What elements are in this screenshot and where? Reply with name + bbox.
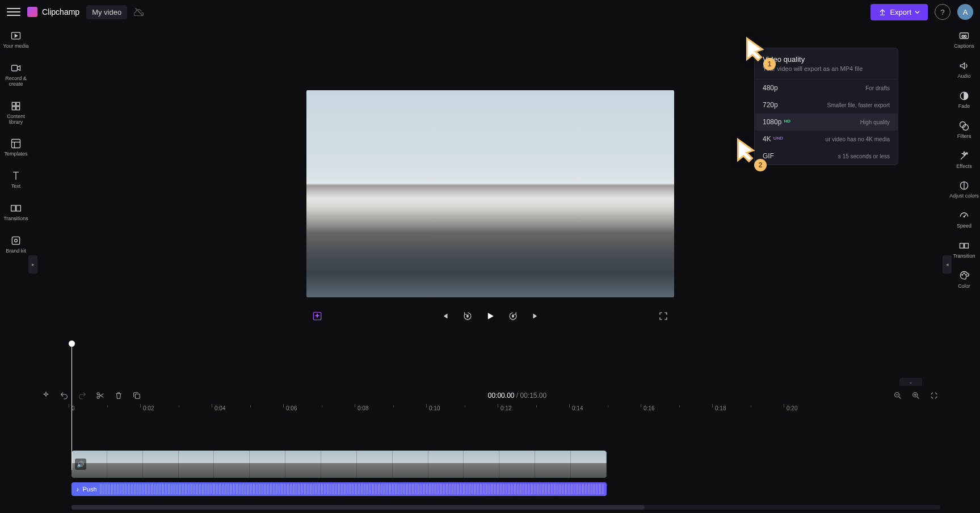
svg-rect-3 bbox=[12, 102, 15, 106]
music-icon: ♪ bbox=[76, 486, 79, 493]
duplicate-button[interactable] bbox=[132, 390, 142, 401]
export-option-1080p[interactable]: 1080pHD High quality bbox=[755, 113, 898, 131]
auto-compose-button[interactable] bbox=[41, 390, 51, 401]
sidebar-item-text[interactable]: Text bbox=[9, 169, 23, 191]
svg-rect-6 bbox=[16, 107, 20, 110]
export-option-720p[interactable]: 720p Smaller file, faster export bbox=[755, 96, 898, 113]
export-label: Export bbox=[890, 8, 911, 16]
delete-button[interactable] bbox=[113, 390, 124, 401]
svg-rect-12 bbox=[12, 237, 19, 244]
sidebar-item-templates[interactable]: Templates bbox=[3, 136, 28, 158]
undo-button[interactable] bbox=[59, 390, 69, 401]
help-button[interactable]: ? bbox=[935, 4, 950, 20]
ai-enhance-button[interactable] bbox=[311, 310, 323, 322]
timeline-scrollbar[interactable] bbox=[71, 505, 940, 510]
sidebar-item-filters[interactable]: Filters bbox=[956, 119, 973, 141]
sidebar-item-transitions[interactable]: Transitions bbox=[2, 201, 30, 223]
project-title[interactable]: My video bbox=[86, 5, 127, 19]
logo-icon bbox=[27, 7, 37, 17]
svg-point-31 bbox=[962, 275, 963, 276]
fullscreen-button[interactable] bbox=[657, 310, 670, 322]
svg-rect-7 bbox=[12, 140, 20, 148]
svg-point-28 bbox=[964, 216, 965, 217]
transitions-icon bbox=[10, 202, 22, 215]
left-sidebar: Your media Record & create Content libra… bbox=[0, 24, 32, 513]
svg-point-13 bbox=[15, 239, 18, 242]
timeline-timecode: 00:00.00 / 00:15.00 bbox=[150, 392, 885, 400]
upload-icon bbox=[878, 8, 886, 16]
export-menu-subtitle: Your video will export as an MP4 file bbox=[763, 65, 890, 72]
svg-point-32 bbox=[964, 273, 965, 274]
zoom-fit-button[interactable] bbox=[929, 390, 939, 401]
skip-start-button[interactable] bbox=[439, 310, 451, 322]
effects-icon bbox=[958, 150, 970, 162]
sidebar-item-effects[interactable]: Effects bbox=[955, 149, 973, 171]
svg-rect-19 bbox=[135, 394, 140, 398]
export-button[interactable]: Export bbox=[870, 4, 928, 20]
library-icon bbox=[10, 100, 22, 112]
video-clip[interactable]: 🔊 bbox=[71, 451, 607, 478]
export-quality-menu: Video quality Your video will export as … bbox=[754, 48, 898, 165]
sidebar-item-brand-kit[interactable]: Brand kit bbox=[5, 233, 27, 255]
svg-rect-10 bbox=[11, 205, 16, 211]
svg-rect-4 bbox=[16, 102, 20, 106]
clip-mute-button[interactable]: 🔊 bbox=[75, 459, 86, 470]
media-icon bbox=[10, 30, 22, 42]
svg-point-33 bbox=[966, 275, 967, 276]
transition-icon bbox=[958, 239, 970, 252]
sidebar-item-your-media[interactable]: Your media bbox=[2, 28, 30, 51]
brand-icon bbox=[10, 234, 22, 247]
export-option-gif[interactable]: GIF s 15 seconds or less bbox=[755, 148, 898, 165]
svg-rect-5 bbox=[12, 107, 15, 110]
timeline-tracks: 🔊 ♪ Push bbox=[71, 451, 940, 496]
zoom-out-button[interactable] bbox=[893, 390, 903, 401]
audio-clip[interactable]: ♪ Push bbox=[71, 482, 607, 496]
timeline: 00:00.00 / 00:15.00 00:020:040:060:080:1… bbox=[32, 386, 948, 513]
timeline-collapse-button[interactable]: ⌄ bbox=[899, 378, 922, 386]
timeline-ruler[interactable]: 00:020:040:060:080:100:120:140:160:180:2… bbox=[71, 405, 940, 418]
captions-icon: CC bbox=[958, 30, 970, 42]
sidebar-item-transition[interactable]: Transition bbox=[952, 238, 976, 260]
forward-5-button[interactable]: 5 bbox=[507, 310, 519, 322]
right-sidebar: CC Captions Audio Fade Filters Effects A… bbox=[948, 24, 980, 513]
skip-end-button[interactable] bbox=[529, 310, 542, 322]
redo-button[interactable] bbox=[77, 390, 87, 401]
export-option-480p[interactable]: 480p For drafts bbox=[755, 79, 898, 96]
svg-text:5: 5 bbox=[466, 314, 468, 318]
sidebar-item-speed[interactable]: Speed bbox=[956, 208, 973, 230]
templates-icon bbox=[10, 137, 22, 150]
sidebar-item-audio[interactable]: Audio bbox=[956, 58, 971, 81]
play-button[interactable] bbox=[484, 310, 497, 322]
right-panel-toggle[interactable]: ◂ bbox=[943, 255, 952, 274]
split-button[interactable] bbox=[95, 390, 106, 401]
menu-button[interactable] bbox=[7, 5, 20, 19]
svg-rect-30 bbox=[965, 243, 969, 248]
chevron-down-icon bbox=[915, 10, 920, 15]
playback-controls: 5 5 bbox=[306, 297, 674, 331]
adjust-icon bbox=[958, 179, 970, 192]
export-option-4k[interactable]: 4KUHD ur video has no 4K media bbox=[755, 131, 898, 148]
rewind-5-button[interactable]: 5 bbox=[461, 310, 474, 322]
cloud-off-icon bbox=[134, 7, 144, 17]
sidebar-item-captions[interactable]: CC Captions bbox=[953, 28, 975, 51]
video-preview[interactable] bbox=[306, 90, 674, 297]
user-avatar[interactable]: A bbox=[957, 4, 973, 20]
sidebar-item-content-library[interactable]: Content library bbox=[0, 99, 32, 127]
app-name: Clipchamp bbox=[42, 7, 79, 16]
svg-rect-11 bbox=[16, 205, 21, 211]
record-icon bbox=[10, 62, 22, 74]
sidebar-item-fade[interactable]: Fade bbox=[957, 89, 971, 111]
sidebar-item-adjust-colors[interactable]: Adjust colors bbox=[948, 178, 980, 200]
svg-rect-29 bbox=[960, 243, 964, 248]
svg-line-0 bbox=[135, 8, 143, 16]
export-menu-title: Video quality bbox=[763, 55, 890, 64]
sidebar-item-color[interactable]: Color bbox=[957, 268, 971, 291]
zoom-in-button[interactable] bbox=[911, 390, 921, 401]
svg-text:5: 5 bbox=[512, 314, 514, 318]
app-logo[interactable]: Clipchamp bbox=[27, 7, 79, 17]
playhead[interactable] bbox=[71, 343, 72, 470]
sidebar-item-record[interactable]: Record & create bbox=[0, 61, 32, 89]
color-icon bbox=[958, 270, 970, 282]
fade-icon bbox=[958, 90, 970, 102]
text-icon bbox=[10, 170, 22, 182]
